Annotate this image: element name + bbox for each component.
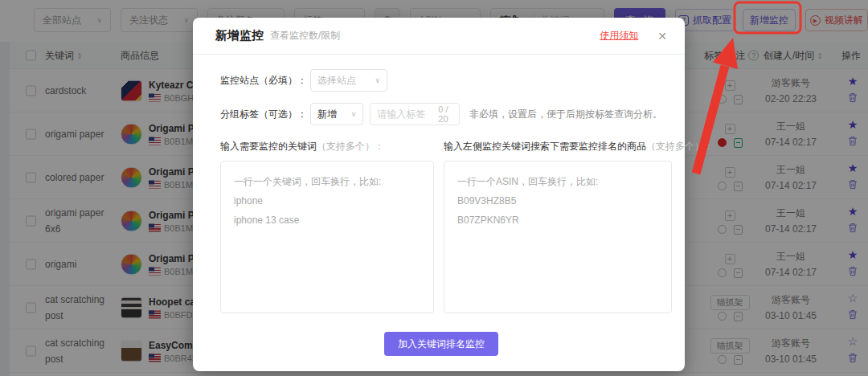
app-window: 全部站点 ∨ 关注状态 ∨ 备注颜色 ∨ 标签 ∨ 精准 ∨	[0, 0, 868, 376]
close-icon[interactable]: ✕	[657, 30, 667, 43]
tag-name-input[interactable]	[377, 108, 438, 120]
tag-name-field: 0 / 20	[370, 103, 460, 125]
modal-subtitle[interactable]: 查看监控数/限制	[270, 29, 340, 43]
submit-monitor-button[interactable]: 加入关键词排名监控	[384, 332, 498, 356]
chevron-down-icon: ∨	[351, 110, 357, 118]
add-monitor-modal: 新增监控 查看监控数/限制 使用须知 ✕ 监控站点（必填）： 选择站点 ∨ 分组…	[193, 18, 685, 371]
asin-textarea-label: 输入左侧监控关键词搜索下需要监控排名的商品（支持多个）：	[444, 140, 672, 153]
modal-header: 新增监控 查看监控数/限制 使用须知 ✕	[193, 18, 685, 55]
modal-body: 监控站点（必填）： 选择站点 ∨ 分组标签（可选）： 新增 ∨ 0 / 20 非…	[193, 55, 685, 356]
char-counter: 0 / 20	[438, 104, 452, 124]
site-select[interactable]: 选择站点 ∨	[310, 69, 387, 92]
group-mode-select[interactable]: 新增 ∨	[310, 103, 363, 125]
group-tag-label: 分组标签（可选）：	[220, 108, 310, 121]
site-select-label: 监控站点（必填）：	[220, 74, 310, 88]
usage-notice-link[interactable]: 使用须知	[600, 29, 638, 43]
keywords-textarea-label: 输入需要监控的关键词（支持多个）：	[220, 140, 434, 153]
group-tag-hint: 非必填，设置后，便于后期按标签查询分析。	[469, 108, 662, 121]
keywords-textarea[interactable]	[220, 161, 434, 313]
chevron-down-icon: ∨	[375, 76, 380, 84]
modal-title: 新增监控	[215, 28, 264, 43]
asin-textarea[interactable]	[444, 161, 672, 313]
